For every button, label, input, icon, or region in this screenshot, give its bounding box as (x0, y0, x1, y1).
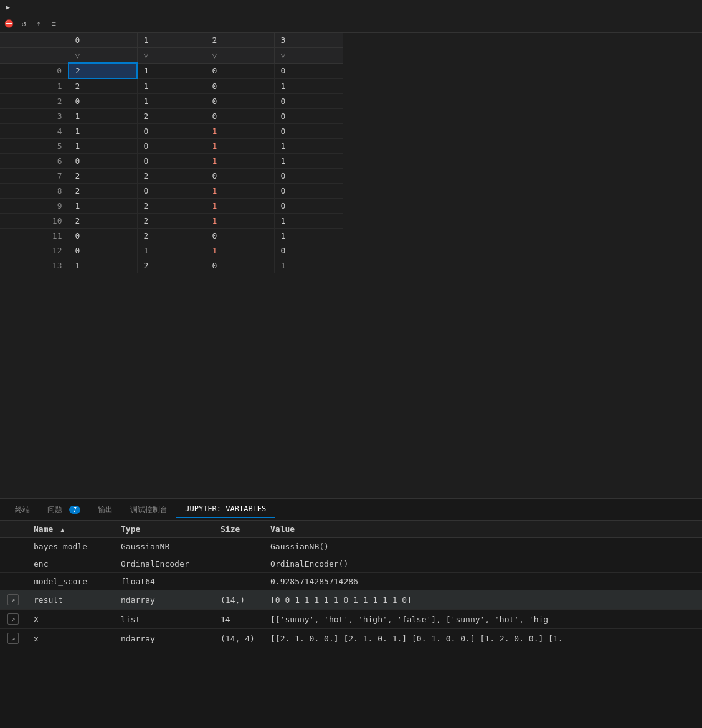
table-row: 131201 (0, 258, 343, 273)
sort-up-icon[interactable]: ↑ (34, 19, 44, 29)
cell-9-3[interactable]: 0 (274, 199, 343, 214)
chevron-right-icon: ▶ (6, 4, 10, 11)
cell-2-2[interactable]: 0 (206, 94, 274, 109)
variables-table: Name ▲ Type Size Value bayes_modleGaussi… (0, 521, 702, 728)
vars-value: 0.9285714285714286 (263, 573, 702, 590)
cell-12-2[interactable]: 1 (206, 243, 274, 258)
cell-8-0[interactable]: 2 (69, 184, 137, 199)
slicing-header[interactable]: ▶ (0, 0, 702, 14)
col-header-3[interactable]: 3 (274, 33, 343, 48)
filter-funnel-1[interactable]: ▽ (144, 50, 151, 58)
cell-10-3[interactable]: 1 (274, 214, 343, 229)
vars-header-value[interactable]: Value (263, 521, 702, 538)
cell-6-0[interactable]: 0 (69, 154, 137, 169)
cell-10-0[interactable]: 2 (69, 214, 137, 229)
row-index: 12 (0, 243, 69, 258)
cell-3-3[interactable]: 0 (274, 109, 343, 124)
cell-6-2[interactable]: 1 (206, 154, 274, 169)
cell-7-2[interactable]: 0 (206, 169, 274, 184)
cell-6-3[interactable]: 1 (274, 154, 343, 169)
cell-1-0[interactable]: 2 (69, 78, 137, 94)
col-header-1[interactable]: 1 (137, 33, 206, 48)
cell-12-3[interactable]: 0 (274, 243, 343, 258)
vars-header-type[interactable]: Type (113, 521, 213, 538)
cell-7-0[interactable]: 2 (69, 169, 137, 184)
cell-5-2[interactable]: 1 (206, 139, 274, 154)
cell-0-3[interactable]: 0 (274, 63, 343, 78)
tab-problems[interactable]: 问题 7 (39, 501, 89, 519)
cell-8-2[interactable]: 1 (206, 184, 274, 199)
tab-terminal[interactable]: 终端 (6, 501, 39, 519)
cell-12-1[interactable]: 1 (137, 243, 206, 258)
cell-0-2[interactable]: 0 (206, 63, 274, 78)
cell-6-1[interactable]: 0 (137, 154, 206, 169)
cell-5-3[interactable]: 1 (274, 139, 343, 154)
vars-header-name[interactable]: Name ▲ (26, 521, 113, 538)
cell-12-0[interactable]: 0 (69, 243, 137, 258)
tab-output[interactable]: 输出 (89, 501, 121, 519)
data-table: 0 1 2 3 ▽ ▽ ▽ ▽ 021001210120100312004101… (0, 33, 343, 273)
menu-icon[interactable]: ≡ (49, 19, 59, 29)
filter-col-3: ▽ (274, 48, 343, 64)
cell-3-1[interactable]: 2 (137, 109, 206, 124)
table-row: 51011 (0, 139, 343, 154)
cell-3-2[interactable]: 0 (206, 109, 274, 124)
vars-expand-cell: ↗ (0, 610, 26, 629)
cell-8-3[interactable]: 0 (274, 184, 343, 199)
cell-1-3[interactable]: 1 (274, 78, 343, 94)
expand-icon[interactable]: ↗ (7, 594, 19, 605)
cell-4-0[interactable]: 1 (69, 124, 137, 139)
cell-5-1[interactable]: 0 (137, 139, 206, 154)
cell-7-3[interactable]: 0 (274, 169, 343, 184)
cell-5-0[interactable]: 1 (69, 139, 137, 154)
tab-jupyter-variables[interactable]: JUPYTER: VARIABLES (176, 501, 275, 518)
cell-1-2[interactable]: 0 (206, 78, 274, 94)
vars-header-size[interactable]: Size (213, 521, 263, 538)
cell-4-1[interactable]: 0 (137, 124, 206, 139)
expand-icon[interactable]: ↗ (7, 633, 19, 644)
row-index: 11 (0, 229, 69, 243)
cell-13-3[interactable]: 1 (274, 258, 343, 273)
table-row: 102211 (0, 214, 343, 229)
data-viewer: ▶ ⛔ ↺ ↑ ≡ 0 1 2 3 ▽ ▽ ▽ (0, 0, 702, 498)
filter-icon[interactable]: ⛔ (4, 19, 14, 29)
filter-funnel-2[interactable]: ▽ (212, 50, 220, 58)
col-header-2[interactable]: 2 (206, 33, 274, 48)
cell-9-1[interactable]: 2 (137, 199, 206, 214)
cell-9-2[interactable]: 1 (206, 199, 274, 214)
cell-9-0[interactable]: 1 (69, 199, 137, 214)
cell-0-0[interactable]: 2 (69, 63, 137, 78)
row-num-header (0, 33, 69, 48)
cell-13-2[interactable]: 0 (206, 258, 274, 273)
cell-10-1[interactable]: 2 (137, 214, 206, 229)
cell-8-1[interactable]: 0 (137, 184, 206, 199)
cell-1-1[interactable]: 1 (137, 78, 206, 94)
col-header-0[interactable]: 0 (69, 33, 137, 48)
vars-name: model_score (26, 573, 113, 590)
filter-funnel-0[interactable]: ▽ (75, 50, 83, 58)
expand-icon[interactable]: ↗ (7, 613, 19, 625)
cell-11-3[interactable]: 1 (274, 229, 343, 243)
cell-4-2[interactable]: 1 (206, 124, 274, 139)
cell-3-0[interactable]: 1 (69, 109, 137, 124)
cell-11-0[interactable]: 0 (69, 229, 137, 243)
cell-7-1[interactable]: 2 (137, 169, 206, 184)
table-row: 20100 (0, 94, 343, 109)
filter-row-num (0, 48, 69, 64)
cell-10-2[interactable]: 1 (206, 214, 274, 229)
tab-debug-console[interactable]: 调试控制台 (121, 501, 176, 519)
refresh-icon[interactable]: ↺ (19, 19, 29, 29)
cell-4-3[interactable]: 0 (274, 124, 343, 139)
row-index: 10 (0, 214, 69, 229)
cell-0-1[interactable]: 1 (137, 63, 206, 78)
cell-2-3[interactable]: 0 (274, 94, 343, 109)
cell-2-1[interactable]: 1 (137, 94, 206, 109)
tab-problems-badge: 7 (69, 506, 80, 514)
vars-size: (14,) (213, 590, 263, 610)
filter-funnel-3[interactable]: ▽ (281, 50, 288, 58)
cell-13-0[interactable]: 1 (69, 258, 137, 273)
cell-11-2[interactable]: 0 (206, 229, 274, 243)
cell-2-0[interactable]: 0 (69, 94, 137, 109)
cell-13-1[interactable]: 2 (137, 258, 206, 273)
cell-11-1[interactable]: 2 (137, 229, 206, 243)
